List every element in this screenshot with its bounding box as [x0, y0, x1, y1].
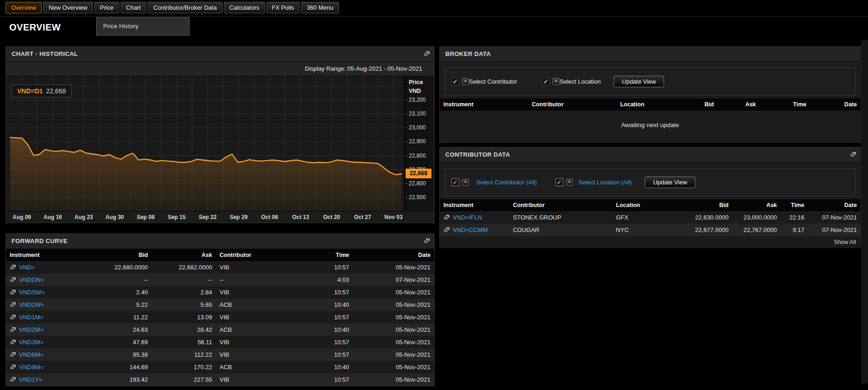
quote-icon [10, 327, 16, 332]
contributor-data-header: CONTRIBUTOR DATA [440, 147, 861, 163]
x-axis-tick: Aug 30 [105, 214, 124, 220]
add-contributor-button[interactable]: + [462, 179, 469, 186]
legend-value: 22,668 [46, 87, 66, 95]
column-header-instrument: Instrument [440, 202, 509, 208]
cell-ask: 56.11 [152, 339, 216, 346]
contributor-checkbox[interactable]: ✓ [451, 178, 459, 186]
instrument-link[interactable]: VNDSW= [19, 289, 45, 296]
cell-instrument: VND6M= [6, 351, 100, 358]
display-range: Display Range: 05-Aug-2021 - 05-Nov-2021 [6, 62, 434, 76]
cell-date: 05-Nov-2021 [353, 351, 434, 358]
location-checkbox[interactable]: ✓ [555, 178, 563, 186]
table-row: VND=IFLNSTONEX GROUPGFX22,630.000023,000… [440, 211, 861, 224]
show-all-link[interactable]: Show All [440, 236, 861, 248]
cell-ask: 23,000.0000 [732, 214, 781, 221]
price-scale: Price VND 23,20023,10023,00022,90022,800… [404, 76, 433, 211]
x-axis-tick: Aug 23 [74, 214, 93, 220]
cell-ask: 112.22 [152, 351, 216, 358]
cell-contributor: VIB [216, 289, 306, 296]
cell-contributor: COUGAR [509, 226, 612, 233]
price-chart[interactable]: VND=D122,668 [7, 76, 404, 211]
cell-time: 9:17 [781, 226, 808, 233]
y-axis-tick: 23,000 [409, 124, 426, 131]
column-header-time: Time [760, 101, 810, 108]
application-window: OverviewNew OverviewPriceChartContributo… [0, 0, 868, 390]
menu-item-price-history[interactable]: Price History [97, 18, 189, 35]
cell-time: 22:16 [781, 214, 808, 221]
quote-icon [10, 352, 16, 357]
column-header-instrument: Instrument [440, 101, 528, 108]
instrument-link[interactable]: VNDON= [19, 276, 44, 283]
instrument-link[interactable]: VND3M= [19, 339, 43, 346]
menu-item-calculators[interactable]: Calculators [224, 2, 265, 13]
menu-divider [0, 16, 868, 17]
cell-bid: 144.69 [100, 364, 152, 371]
cell-instrument: VNDSW= [6, 289, 100, 296]
instrument-link[interactable]: VND=IFLN [453, 214, 482, 221]
table-row: VND=CCMMCOUGARNYC22,677.000022,767.00009… [440, 224, 861, 236]
x-axis-tick: Aug 09 [12, 214, 31, 220]
cell-contributor: ACB [216, 364, 306, 371]
select-contributor-label[interactable]: Select Contributor (All) [476, 179, 537, 186]
cell-location: NYC [612, 226, 671, 233]
update-view-button[interactable]: Update View [645, 177, 695, 188]
quote-icon [10, 302, 16, 307]
add-contributor-button[interactable]: + [462, 78, 469, 85]
menu-item-contributor-broker-data[interactable]: Contributor/Broker Data [148, 2, 222, 13]
cell-ask: 2.84 [152, 289, 216, 296]
cell-contributor: VIB [216, 339, 306, 346]
x-axis-tick: Sep 08 [137, 214, 155, 220]
location-checkbox[interactable]: ✓ [542, 78, 550, 85]
menu-item-price[interactable]: Price [94, 2, 119, 13]
vertical-scrollbar[interactable] [862, 40, 868, 384]
select-contributor-label[interactable]: Select Contributor [469, 78, 517, 85]
x-axis-tick: Oct 13 [292, 214, 309, 220]
select-location-label[interactable]: Select Location (All) [579, 179, 632, 186]
legend-symbol: VND=D1 [17, 87, 43, 95]
update-view-button[interactable]: Update View [614, 76, 664, 87]
menu-item-overview[interactable]: Overview [6, 2, 42, 13]
select-location-label[interactable]: Select Location [560, 78, 601, 85]
quote-icon [10, 277, 16, 282]
y-axis-tick: 23,200 [409, 97, 426, 103]
window-options-icon[interactable] [424, 238, 430, 244]
cell-bid: 22,680.0000 [100, 264, 152, 271]
column-header-bid: Bid [671, 202, 732, 208]
column-header-instrument: Instrument [6, 252, 100, 258]
cell-contributor: -- [216, 276, 306, 283]
contributor-checkbox[interactable]: ✓ [451, 78, 459, 85]
quote-icon [10, 290, 16, 295]
menu-item-360-menu[interactable]: 360 Menu [301, 2, 339, 13]
table-header-row: InstrumentContributorLocationBidAskTimeD… [440, 199, 861, 211]
window-options-icon[interactable] [850, 152, 856, 157]
add-location-button[interactable]: + [566, 179, 573, 186]
cell-instrument: VND2M= [6, 326, 100, 333]
instrument-link[interactable]: VND2M= [19, 326, 43, 333]
instrument-link[interactable]: VND6M= [19, 351, 43, 358]
instrument-link[interactable]: VND1M= [19, 314, 43, 321]
x-axis-tick: Nov 03 [384, 214, 402, 220]
instrument-link[interactable]: VND=CCMM [453, 226, 487, 233]
menu-item-new-overview[interactable]: New Overview [43, 2, 93, 13]
cell-date: 05-Nov-2021 [353, 289, 434, 296]
column-header-time: Time [306, 252, 353, 258]
column-header-bid: Bid [671, 101, 717, 108]
quote-icon [10, 377, 16, 382]
column-header-date: Date [353, 252, 434, 258]
cell-contributor: VIB [216, 314, 306, 321]
cell-date: 05-Nov-2021 [353, 376, 434, 383]
x-axis-tick: Oct 20 [323, 214, 340, 220]
instrument-link[interactable]: VND= [19, 264, 35, 271]
instrument-link[interactable]: VND1Y= [19, 376, 43, 383]
window-options-icon[interactable] [424, 51, 430, 56]
table-row: VND1Y=193.42227.55VIB10:5705-Nov-2021 [6, 373, 434, 386]
menu-item-chart[interactable]: Chart [121, 2, 147, 13]
table-header-row: InstrumentContributorLocationBidAskTimeD… [440, 98, 861, 110]
column-header-ask: Ask [718, 101, 760, 108]
instrument-link[interactable]: VND2W= [19, 301, 44, 308]
add-location-button[interactable]: + [553, 78, 560, 85]
menu-item-fx-polls[interactable]: FX Polls [266, 2, 300, 13]
column-header-ask: Ask [152, 252, 216, 258]
instrument-link[interactable]: VND9M= [19, 364, 43, 371]
table-row: VND2W=5.225.65ACB10:4005-Nov-2021 [6, 299, 434, 311]
